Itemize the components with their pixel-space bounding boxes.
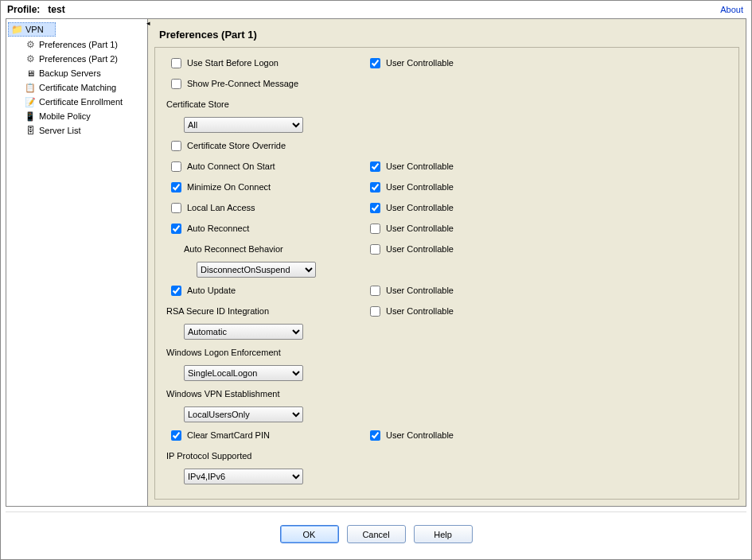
uc-auto-connect[interactable] [370,161,380,172]
win-logon-label: Windows Logon Enforcement [163,348,281,357]
sidebar-item-cert-enroll[interactable]: Certificate Enrollment [8,95,146,109]
sidebar-item-mobile[interactable]: Mobile Policy [8,109,146,123]
header: Profile: test About [1,1,751,17]
local-lan-label: Local Lan Access [187,203,255,212]
enroll-icon [24,95,37,108]
show-pre-connect-label: Show Pre-Connect Message [187,79,298,88]
form-scroll[interactable]: Use Start Before Logon User Controllable… [154,47,739,500]
gear-icon [24,52,37,65]
clear-smartcard-checkbox[interactable] [171,430,181,441]
content: Preferences (Part 1) Use Start Before Lo… [148,19,746,506]
sidebar: ◂ VPN Preferences (Part 1) Preferences (… [6,19,148,506]
main: ◂ VPN Preferences (Part 1) Preferences (… [6,18,746,507]
profile-prefix: Profile: [7,4,40,15]
sidebar-item-label: Certificate Matching [39,83,116,92]
win-logon-select[interactable]: SingleLocalLogon [184,365,303,381]
uc-auto-reconnect-behavior[interactable] [370,244,380,255]
auto-reconnect-checkbox[interactable] [171,224,181,234]
list-icon [24,124,37,137]
auto-reconnect-label: Auto Reconnect [187,224,249,233]
ip-proto-label: IP Protocol Supported [163,451,251,461]
sidebar-item-serverlist[interactable]: Server List [8,123,146,138]
cert-store-override-label: Certificate Store Override [187,141,286,150]
sidebar-item-label: Preferences (Part 2) [39,54,118,64]
use-start-before-logon-label: Use Start Before Logon [187,58,279,68]
uc-label: User Controllable [386,224,454,233]
rsa-label: RSA Secure ID Integration [163,306,269,316]
minimize-checkbox[interactable] [171,182,181,192]
uc-label: User Controllable [386,244,454,254]
sidebar-item-label: Backup Servers [39,68,101,78]
rsa-select[interactable]: Automatic [184,324,303,340]
folder-icon [10,23,23,36]
gear-icon [24,38,37,51]
sidebar-item-label: Mobile Policy [39,111,91,121]
uc-rsa[interactable] [370,306,380,317]
cert-store-override-checkbox[interactable] [171,141,181,151]
auto-reconnect-behavior-label: Auto Reconnect Behavior [184,244,283,254]
uc-use-start-before-logon[interactable] [370,58,380,68]
uc-label: User Controllable [386,58,454,68]
about-link[interactable]: About [720,5,743,14]
tree-root-vpn[interactable]: VPN [8,22,56,37]
uc-label: User Controllable [386,430,454,440]
show-pre-connect-checkbox[interactable] [171,79,181,89]
auto-connect-label: Auto Connect On Start [187,161,275,171]
sidebar-item-cert-match[interactable]: Certificate Matching [8,80,146,95]
cancel-button[interactable]: Cancel [347,525,406,543]
ok-button[interactable]: OK [280,525,339,543]
minimize-label: Minimize On Connect [187,182,271,192]
win-vpn-label: Windows VPN Establishment [163,389,279,399]
win-vpn-select[interactable]: LocalUsersOnly [184,406,303,422]
splitter-handle[interactable]: ◂ [144,20,152,28]
tree-root-label: VPN [25,25,44,34]
local-lan-checkbox[interactable] [171,203,181,213]
uc-auto-update[interactable] [370,286,380,296]
sidebar-item-label: Server List [39,126,81,135]
auto-update-label: Auto Update [187,286,236,295]
uc-label: User Controllable [386,182,454,192]
footer: OK Cancel Help [6,511,746,556]
page-title: Preferences (Part 1) [148,19,746,47]
server-icon [24,67,37,80]
use-start-before-logon-checkbox[interactable] [171,58,181,68]
profile-title: Profile: test [7,4,65,15]
cert-store-label: Certificate Store [163,99,229,109]
auto-reconnect-behavior-select[interactable]: DisconnectOnSuspend [197,262,316,278]
profile-name: test [48,4,64,15]
sidebar-item-prefs2[interactable]: Preferences (Part 2) [8,52,146,66]
cert-store-select[interactable]: All [184,117,303,133]
uc-label: User Controllable [386,286,454,295]
clear-smartcard-label: Clear SmartCard PIN [187,430,270,440]
sidebar-item-prefs1[interactable]: Preferences (Part 1) [8,37,146,52]
uc-clear-smartcard[interactable] [370,430,380,441]
auto-connect-checkbox[interactable] [171,161,181,172]
uc-label: User Controllable [386,203,454,212]
uc-label: User Controllable [386,161,454,171]
mobile-icon [24,110,37,122]
uc-auto-reconnect[interactable] [370,224,380,234]
ip-proto-select[interactable]: IPv4,IPv6 [184,469,303,484]
uc-local-lan[interactable] [370,203,380,213]
uc-label: User Controllable [386,306,454,316]
cert-icon [24,81,37,94]
uc-minimize[interactable] [370,182,380,192]
sidebar-item-label: Preferences (Part 1) [39,40,118,49]
sidebar-item-backup[interactable]: Backup Servers [8,66,146,80]
sidebar-item-label: Certificate Enrollment [39,97,123,107]
help-button[interactable]: Help [414,525,473,543]
auto-update-checkbox[interactable] [171,286,181,296]
